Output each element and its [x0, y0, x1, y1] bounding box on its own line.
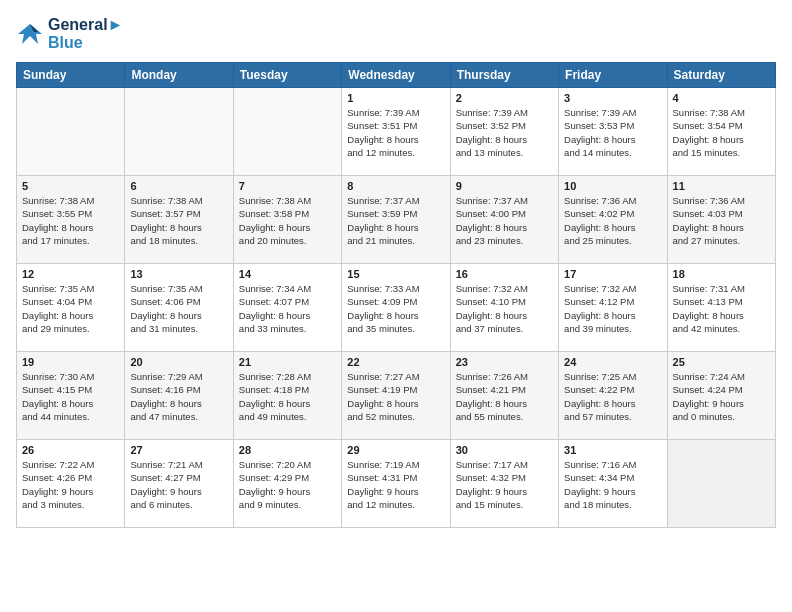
calendar-cell: 9Sunrise: 7:37 AMSunset: 4:00 PMDaylight… — [450, 176, 558, 264]
logo: General► Blue — [16, 16, 123, 52]
calendar-week-row: 5Sunrise: 7:38 AMSunset: 3:55 PMDaylight… — [17, 176, 776, 264]
day-info: Sunrise: 7:31 AMSunset: 4:13 PMDaylight:… — [673, 282, 770, 335]
calendar-cell: 29Sunrise: 7:19 AMSunset: 4:31 PMDayligh… — [342, 440, 450, 528]
calendar-header-row: SundayMondayTuesdayWednesdayThursdayFrid… — [17, 63, 776, 88]
day-number: 9 — [456, 180, 553, 192]
calendar-cell: 18Sunrise: 7:31 AMSunset: 4:13 PMDayligh… — [667, 264, 775, 352]
calendar-cell: 27Sunrise: 7:21 AMSunset: 4:27 PMDayligh… — [125, 440, 233, 528]
day-info: Sunrise: 7:32 AMSunset: 4:12 PMDaylight:… — [564, 282, 661, 335]
calendar-cell: 4Sunrise: 7:38 AMSunset: 3:54 PMDaylight… — [667, 88, 775, 176]
page-header: General► Blue — [16, 16, 776, 52]
day-info: Sunrise: 7:33 AMSunset: 4:09 PMDaylight:… — [347, 282, 444, 335]
day-number: 17 — [564, 268, 661, 280]
calendar-week-row: 26Sunrise: 7:22 AMSunset: 4:26 PMDayligh… — [17, 440, 776, 528]
calendar-cell: 2Sunrise: 7:39 AMSunset: 3:52 PMDaylight… — [450, 88, 558, 176]
calendar-cell: 19Sunrise: 7:30 AMSunset: 4:15 PMDayligh… — [17, 352, 125, 440]
day-info: Sunrise: 7:38 AMSunset: 3:57 PMDaylight:… — [130, 194, 227, 247]
day-number: 18 — [673, 268, 770, 280]
day-info: Sunrise: 7:24 AMSunset: 4:24 PMDaylight:… — [673, 370, 770, 423]
day-info: Sunrise: 7:16 AMSunset: 4:34 PMDaylight:… — [564, 458, 661, 511]
calendar-week-row: 19Sunrise: 7:30 AMSunset: 4:15 PMDayligh… — [17, 352, 776, 440]
day-info: Sunrise: 7:19 AMSunset: 4:31 PMDaylight:… — [347, 458, 444, 511]
calendar-cell: 21Sunrise: 7:28 AMSunset: 4:18 PMDayligh… — [233, 352, 341, 440]
calendar-week-row: 1Sunrise: 7:39 AMSunset: 3:51 PMDaylight… — [17, 88, 776, 176]
calendar-cell: 14Sunrise: 7:34 AMSunset: 4:07 PMDayligh… — [233, 264, 341, 352]
day-info: Sunrise: 7:27 AMSunset: 4:19 PMDaylight:… — [347, 370, 444, 423]
day-number: 29 — [347, 444, 444, 456]
day-number: 28 — [239, 444, 336, 456]
day-info: Sunrise: 7:38 AMSunset: 3:54 PMDaylight:… — [673, 106, 770, 159]
day-info: Sunrise: 7:26 AMSunset: 4:21 PMDaylight:… — [456, 370, 553, 423]
day-number: 20 — [130, 356, 227, 368]
calendar-cell: 10Sunrise: 7:36 AMSunset: 4:02 PMDayligh… — [559, 176, 667, 264]
day-header-tuesday: Tuesday — [233, 63, 341, 88]
day-info: Sunrise: 7:36 AMSunset: 4:03 PMDaylight:… — [673, 194, 770, 247]
day-info: Sunrise: 7:39 AMSunset: 3:51 PMDaylight:… — [347, 106, 444, 159]
day-info: Sunrise: 7:20 AMSunset: 4:29 PMDaylight:… — [239, 458, 336, 511]
calendar-cell: 7Sunrise: 7:38 AMSunset: 3:58 PMDaylight… — [233, 176, 341, 264]
day-number: 4 — [673, 92, 770, 104]
calendar-cell: 11Sunrise: 7:36 AMSunset: 4:03 PMDayligh… — [667, 176, 775, 264]
day-number: 13 — [130, 268, 227, 280]
day-number: 27 — [130, 444, 227, 456]
calendar-cell: 3Sunrise: 7:39 AMSunset: 3:53 PMDaylight… — [559, 88, 667, 176]
day-info: Sunrise: 7:36 AMSunset: 4:02 PMDaylight:… — [564, 194, 661, 247]
calendar-cell: 6Sunrise: 7:38 AMSunset: 3:57 PMDaylight… — [125, 176, 233, 264]
day-info: Sunrise: 7:37 AMSunset: 3:59 PMDaylight:… — [347, 194, 444, 247]
calendar-cell: 22Sunrise: 7:27 AMSunset: 4:19 PMDayligh… — [342, 352, 450, 440]
day-number: 30 — [456, 444, 553, 456]
calendar-cell — [667, 440, 775, 528]
day-header-sunday: Sunday — [17, 63, 125, 88]
day-number: 6 — [130, 180, 227, 192]
calendar-cell: 28Sunrise: 7:20 AMSunset: 4:29 PMDayligh… — [233, 440, 341, 528]
calendar-cell: 16Sunrise: 7:32 AMSunset: 4:10 PMDayligh… — [450, 264, 558, 352]
day-number: 26 — [22, 444, 119, 456]
calendar-cell: 12Sunrise: 7:35 AMSunset: 4:04 PMDayligh… — [17, 264, 125, 352]
calendar-cell: 1Sunrise: 7:39 AMSunset: 3:51 PMDaylight… — [342, 88, 450, 176]
calendar-table: SundayMondayTuesdayWednesdayThursdayFrid… — [16, 62, 776, 528]
day-number: 31 — [564, 444, 661, 456]
day-info: Sunrise: 7:39 AMSunset: 3:53 PMDaylight:… — [564, 106, 661, 159]
day-info: Sunrise: 7:37 AMSunset: 4:00 PMDaylight:… — [456, 194, 553, 247]
day-header-wednesday: Wednesday — [342, 63, 450, 88]
day-number: 10 — [564, 180, 661, 192]
day-number: 24 — [564, 356, 661, 368]
day-number: 25 — [673, 356, 770, 368]
calendar-cell: 31Sunrise: 7:16 AMSunset: 4:34 PMDayligh… — [559, 440, 667, 528]
calendar-cell: 17Sunrise: 7:32 AMSunset: 4:12 PMDayligh… — [559, 264, 667, 352]
day-info: Sunrise: 7:32 AMSunset: 4:10 PMDaylight:… — [456, 282, 553, 335]
calendar-cell: 30Sunrise: 7:17 AMSunset: 4:32 PMDayligh… — [450, 440, 558, 528]
day-number: 22 — [347, 356, 444, 368]
day-info: Sunrise: 7:38 AMSunset: 3:55 PMDaylight:… — [22, 194, 119, 247]
day-number: 14 — [239, 268, 336, 280]
day-number: 12 — [22, 268, 119, 280]
logo-icon — [16, 20, 44, 48]
day-header-thursday: Thursday — [450, 63, 558, 88]
day-info: Sunrise: 7:21 AMSunset: 4:27 PMDaylight:… — [130, 458, 227, 511]
day-info: Sunrise: 7:39 AMSunset: 3:52 PMDaylight:… — [456, 106, 553, 159]
calendar-cell: 8Sunrise: 7:37 AMSunset: 3:59 PMDaylight… — [342, 176, 450, 264]
calendar-week-row: 12Sunrise: 7:35 AMSunset: 4:04 PMDayligh… — [17, 264, 776, 352]
day-number: 16 — [456, 268, 553, 280]
calendar-cell: 15Sunrise: 7:33 AMSunset: 4:09 PMDayligh… — [342, 264, 450, 352]
day-header-monday: Monday — [125, 63, 233, 88]
day-info: Sunrise: 7:17 AMSunset: 4:32 PMDaylight:… — [456, 458, 553, 511]
day-info: Sunrise: 7:28 AMSunset: 4:18 PMDaylight:… — [239, 370, 336, 423]
day-number: 1 — [347, 92, 444, 104]
day-info: Sunrise: 7:30 AMSunset: 4:15 PMDaylight:… — [22, 370, 119, 423]
day-info: Sunrise: 7:25 AMSunset: 4:22 PMDaylight:… — [564, 370, 661, 423]
day-info: Sunrise: 7:34 AMSunset: 4:07 PMDaylight:… — [239, 282, 336, 335]
calendar-cell: 5Sunrise: 7:38 AMSunset: 3:55 PMDaylight… — [17, 176, 125, 264]
calendar-cell: 25Sunrise: 7:24 AMSunset: 4:24 PMDayligh… — [667, 352, 775, 440]
day-number: 15 — [347, 268, 444, 280]
logo-text: General► Blue — [48, 16, 123, 52]
day-header-friday: Friday — [559, 63, 667, 88]
day-number: 21 — [239, 356, 336, 368]
calendar-cell: 26Sunrise: 7:22 AMSunset: 4:26 PMDayligh… — [17, 440, 125, 528]
day-info: Sunrise: 7:29 AMSunset: 4:16 PMDaylight:… — [130, 370, 227, 423]
day-number: 2 — [456, 92, 553, 104]
day-info: Sunrise: 7:35 AMSunset: 4:06 PMDaylight:… — [130, 282, 227, 335]
day-number: 23 — [456, 356, 553, 368]
day-info: Sunrise: 7:38 AMSunset: 3:58 PMDaylight:… — [239, 194, 336, 247]
day-number: 3 — [564, 92, 661, 104]
